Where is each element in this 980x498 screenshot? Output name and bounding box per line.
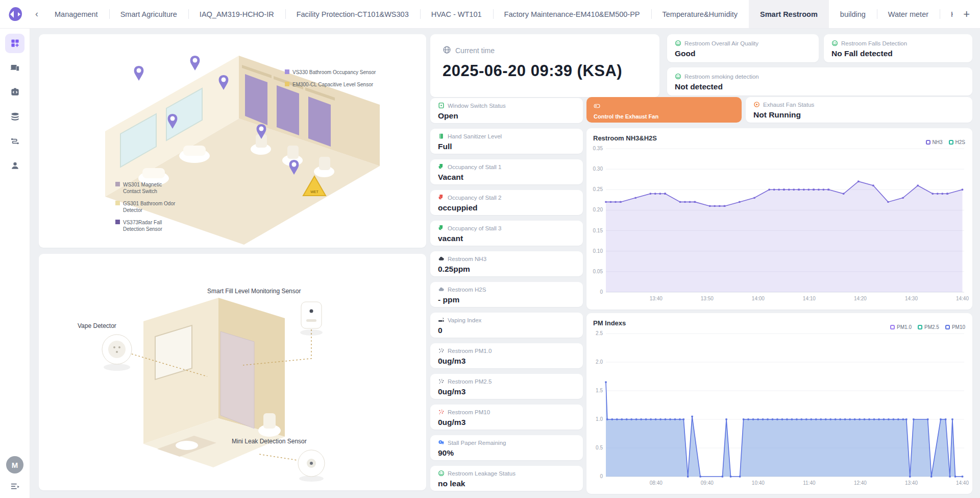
floorplan-legend-item: EM300-CL Capacitive Level Sensor [285,81,376,88]
status-label: Restroom H2S [448,287,486,293]
legend-chip [949,140,953,145]
user-avatar[interactable]: M [6,456,23,473]
status-label: Restroom Leakage Status [448,470,516,477]
svg-text:WET: WET [310,190,318,194]
falls-detection-label: Restroom Falls Detection [841,40,907,46]
legend-text: WS301 Magnetic Contact Switch [123,181,177,195]
toilet-icon [438,225,445,231]
smiley-icon [675,40,681,46]
tab-factory-maintenance-em410-em500-pp[interactable]: Factory Maintenance-EM410&EM500-PP [493,0,651,28]
pm-index-chart-title: PM Indexs [593,319,626,327]
svg-text:0.20: 0.20 [593,207,603,212]
floorplan-legend-item: VS373Radar Fall Detection Sensor [115,219,177,232]
air-quality-label: Restroom Overall Air Quality [684,40,758,46]
falls-detection-value: No Fall detected [831,49,965,58]
legend-swatch [115,182,120,186]
status-label: Restroom PM10 [448,409,490,415]
tabs-scroll-left[interactable]: ‹ [30,0,43,28]
status-card-restroom-h2s: Restroom H2S- ppm [430,282,583,307]
dust-icon [438,378,445,385]
legend-swatch [115,220,120,224]
tab-iaq-am319-hcho-ir[interactable]: IAQ_AM319-HCHO-IR [188,0,285,28]
svg-text:08:40: 08:40 [650,480,663,486]
collapse-menu-icon[interactable] [10,483,19,493]
exhaust-fan-status-card: Exhaust Fan Status Not Running [746,97,972,123]
sidebar-item-database[interactable] [5,107,24,127]
package-icon [10,87,20,98]
tab-hvac-wt101[interactable]: HVAC - WT101 [420,0,493,28]
tab-hvac[interactable]: Hvac [940,0,953,28]
sidebar-item-dashboard[interactable] [5,34,24,53]
nh3-h2s-chart-card: Restroom NH3&H2S NH3H2S 00.050.100.150.2… [586,128,972,310]
toggle-icon [594,101,600,110]
air-quality-value: Good [675,49,811,58]
svg-text:13:40: 13:40 [650,296,663,301]
legend-item-pm1-0[interactable]: PM1.0 [890,324,912,330]
status-label: Restroom NH3 [448,256,486,262]
devices-icon [10,63,20,74]
toilet-icon [438,194,445,201]
status-card-restroom-pm2-5: Restroom PM2.50ug/m3 [430,374,583,399]
svg-text:11:40: 11:40 [803,480,816,486]
tab-water-meter[interactable]: Water meter [877,0,940,28]
status-card-restroom-pm10: Restroom PM100ug/m3 [430,405,583,430]
svg-text:1.5: 1.5 [596,388,603,393]
add-tab-button[interactable]: + [953,0,980,28]
sidebar-item-workflow[interactable] [5,132,24,151]
status-value: Vacant [438,173,575,182]
leak-sensor-label: Mini Leak Detection Sensor [232,438,307,445]
legend-item-nh3[interactable]: NH3 [926,139,943,145]
tab-management[interactable]: Management [43,0,109,28]
current-time-card: Current time 2025-06-20 09:39 (KSA) [430,34,659,97]
sidebar-item-devices[interactable] [5,58,24,78]
floorplan-legend-item: GS301 Bathroom Odor Detector [115,200,177,214]
svg-text:0.35: 0.35 [593,146,603,151]
legend-item-pm10[interactable]: PM10 [945,324,965,330]
svg-text:12:40: 12:40 [854,480,867,486]
status-value: - ppm [438,295,575,304]
legend-text: EM300-CL Capacitive Level Sensor [292,81,373,88]
tab-building[interactable]: building [829,0,877,28]
legend-chip [945,325,950,329]
legend-chip [926,140,930,145]
app-logo[interactable] [0,0,30,28]
air-quality-card: Restroom Overall Air Quality Good [667,34,819,62]
floorplan-card: WET VS330 Bathroom Occupancy SensorEM300… [39,34,426,248]
status-value: no leak [438,479,575,488]
pm-index-chart-card: PM Indexs PM1.0PM2.5PM10 00.51.01.52.02.… [586,313,972,494]
status-label: Window Switch Status [448,103,506,109]
smiley-icon [831,40,838,46]
svg-text:0.5: 0.5 [596,445,603,450]
status-card-window-switch-status: Window Switch StatusOpen [430,98,583,123]
tab-smart-restroom[interactable]: Smart Restroom [749,0,829,28]
exhaust-fan-status-value: Not Running [753,110,965,120]
dashboard-canvas: WET VS330 Bathroom Occupancy SensorEM300… [30,29,980,498]
legend-chip [918,325,922,329]
tab-temperature-humidity[interactable]: Temperature&Humidity [651,0,749,28]
nh3-h2s-plot: 00.050.100.150.200.250.300.3513:4013:501… [586,128,972,310]
floorplan-legend-left: WS301 Magnetic Contact SwitchGS301 Bathr… [115,181,177,238]
tab-smart-agriculture[interactable]: Smart Agriculture [109,0,188,28]
sidebar: M [0,29,30,498]
status-label: Vaping Index [448,317,481,323]
svg-text:0: 0 [600,289,603,295]
status-label: Occupancy of Stall 3 [448,225,501,231]
status-card-occupancy-of-stall-3: Occupancy of Stall 3vacant [430,221,583,246]
legend-label: PM1.0 [897,324,912,330]
svg-text:0.25: 0.25 [593,186,603,192]
sidebar-item-package[interactable] [5,83,24,102]
tab-facility-protection-ct101-ws303[interactable]: Facility Protection-CT101&WS303 [285,0,420,28]
status-label: Occupancy of Stall 1 [448,164,501,170]
status-card-stall-paper-remaining: Stall Paper Remaining90% [430,435,583,460]
svg-text:14:10: 14:10 [803,296,816,301]
svg-text:13:50: 13:50 [701,296,714,301]
status-card-restroom-nh3: Restroom NH30.25ppm [430,251,583,276]
status-value: Open [438,111,575,121]
room-3d-card: Smart Fill Level Monitoring Sensor Vape … [39,254,426,490]
restroom-floorplan-illustration: WET [39,34,426,248]
sidebar-item-user[interactable] [5,156,24,176]
svg-text:0.05: 0.05 [593,269,603,274]
legend-item-h2s[interactable]: H2S [949,139,965,145]
control-exhaust-fan-button[interactable]: Control the Exhaust Fan [586,97,742,123]
legend-item-pm2-5[interactable]: PM2.5 [918,324,939,330]
